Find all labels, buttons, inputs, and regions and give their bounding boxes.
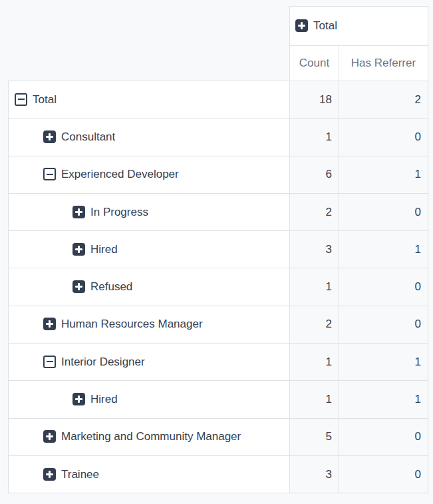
- cell-count: 1: [290, 268, 339, 306]
- plus-square-icon: [43, 468, 56, 481]
- cell-count: 5: [290, 418, 339, 455]
- row-header-trainee[interactable]: Trainee: [9, 455, 290, 493]
- row-header-hired-2[interactable]: Hired: [9, 381, 290, 418]
- table-row: Hired 3 1: [9, 231, 428, 268]
- measure-header-row: Count Has Referrer: [9, 46, 428, 81]
- row-label: Marketing and Community Manager: [61, 430, 241, 443]
- column-group-total[interactable]: Total: [290, 7, 428, 46]
- row-label: Consultant: [61, 130, 115, 143]
- table-row: Refused 1 0: [9, 268, 428, 306]
- cell-has-referrer: 0: [339, 193, 428, 230]
- plus-square-icon: [72, 280, 85, 293]
- column-group-row: Total: [9, 7, 428, 46]
- table-row: Human Resources Manager 2 0: [9, 306, 428, 343]
- row-header-marketing-and-community-manager[interactable]: Marketing and Community Manager: [9, 418, 290, 455]
- row-label: Refused: [90, 280, 132, 293]
- table-row: Marketing and Community Manager 5 0: [9, 418, 428, 455]
- cell-has-referrer: 1: [339, 381, 428, 418]
- cell-has-referrer: 2: [339, 81, 428, 119]
- row-label: Interior Designer: [61, 356, 145, 368]
- cell-count: 18: [290, 81, 339, 119]
- row-label: In Progress: [90, 206, 148, 218]
- table-row: Consultant 1 0: [9, 119, 428, 156]
- row-label: Hired: [90, 393, 118, 405]
- minus-square-icon: [43, 168, 56, 180]
- table-row: Experienced Developer 6 1: [9, 156, 428, 193]
- plus-square-icon: [295, 19, 308, 32]
- row-header-hired[interactable]: Hired: [9, 231, 290, 268]
- plus-square-icon: [72, 243, 85, 256]
- row-header-human-resources-manager[interactable]: Human Resources Manager: [9, 306, 290, 343]
- plus-square-icon: [72, 206, 85, 218]
- row-header-consultant[interactable]: Consultant: [9, 119, 290, 156]
- plus-square-icon: [43, 130, 56, 143]
- table-row: In Progress 2 0: [9, 193, 428, 230]
- table-row: Trainee 3 0: [9, 455, 428, 493]
- row-label: Experienced Developer: [61, 168, 179, 180]
- row-label: Hired: [90, 243, 118, 256]
- cell-count: 1: [290, 119, 339, 156]
- cell-has-referrer: 0: [339, 455, 428, 493]
- cell-has-referrer: 0: [339, 268, 428, 306]
- cell-has-referrer: 0: [339, 119, 428, 156]
- pivot-corner-cell: [9, 46, 290, 81]
- cell-count: 2: [290, 306, 339, 343]
- row-label: Human Resources Manager: [61, 318, 203, 330]
- column-header-count[interactable]: Count: [290, 46, 339, 81]
- column-header-has-referrer[interactable]: Has Referrer: [339, 46, 428, 81]
- plus-square-icon: [43, 430, 56, 443]
- table-row: Interior Designer 1 1: [9, 344, 428, 381]
- table-row: Total 18 2: [9, 81, 428, 119]
- table-row: Hired 1 1: [9, 381, 428, 418]
- minus-square-icon: [15, 93, 27, 106]
- row-header-interior-designer[interactable]: Interior Designer: [9, 344, 290, 381]
- cell-has-referrer: 0: [339, 418, 428, 455]
- cell-count: 6: [290, 156, 339, 193]
- cell-has-referrer: 1: [339, 231, 428, 268]
- cell-count: 3: [290, 455, 339, 493]
- row-header-experienced-developer[interactable]: Experienced Developer: [9, 156, 290, 193]
- cell-has-referrer: 0: [339, 306, 428, 343]
- minus-square-icon: [43, 356, 56, 368]
- column-group-label: Total: [313, 19, 337, 32]
- plus-square-icon: [43, 318, 56, 330]
- row-label: Trainee: [61, 468, 99, 481]
- pivot-view: Total Count Has Referrer Total 18 2 Cons…: [8, 6, 428, 493]
- cell-count: 1: [290, 381, 339, 418]
- row-header-in-progress[interactable]: In Progress: [9, 193, 290, 230]
- row-header-total[interactable]: Total: [9, 81, 290, 119]
- cell-has-referrer: 1: [339, 344, 428, 381]
- cell-has-referrer: 1: [339, 156, 428, 193]
- pivot-table: Total Count Has Referrer Total 18 2 Cons…: [8, 6, 428, 493]
- row-label: Total: [33, 93, 57, 106]
- cell-count: 1: [290, 344, 339, 381]
- plus-square-icon: [72, 393, 85, 405]
- pivot-corner-cell: [9, 7, 290, 46]
- cell-count: 2: [290, 193, 339, 230]
- cell-count: 3: [290, 231, 339, 268]
- row-header-refused[interactable]: Refused: [9, 268, 290, 306]
